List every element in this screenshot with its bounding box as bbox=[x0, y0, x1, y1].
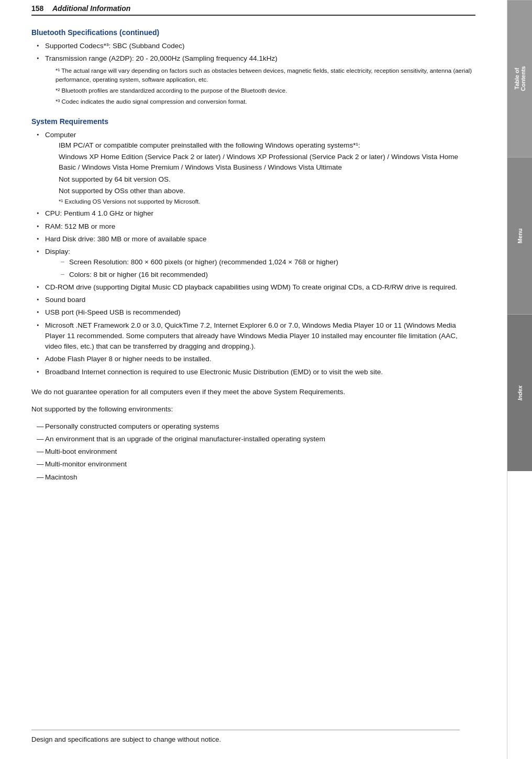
page-number: 158 bbox=[31, 4, 52, 13]
right-sidebar: Table ofContents Menu Index bbox=[507, 0, 532, 759]
list-item: Multi-boot environment bbox=[37, 447, 475, 457]
list-item: Supported Codecs*³: SBC (Subband Codec) bbox=[37, 41, 475, 51]
list-item: Transmission range (A2DP): 20 - 20,000Hz… bbox=[37, 53, 475, 106]
list-item-usb: USB port (Hi-Speed USB is recommended) bbox=[37, 307, 475, 318]
list-item-ram: RAM: 512 MB or more bbox=[37, 221, 475, 232]
computer-desc4: Not supported by OSs other than above. bbox=[59, 186, 475, 196]
bluetooth-list: Supported Codecs*³: SBC (Subband Codec) … bbox=[37, 41, 475, 107]
not-supported-section: Not supported by the following environme… bbox=[31, 404, 475, 483]
list-item: Screen Resolution: 800 × 600 pixels (or … bbox=[61, 257, 475, 267]
computer-desc3: Not supported by 64 bit version OS. bbox=[59, 174, 475, 185]
computer-desc2: Windows XP Home Edition (Service Pack 2 … bbox=[59, 152, 475, 173]
list-item: Macintosh bbox=[37, 472, 475, 483]
sidebar-tab-menu[interactable]: Menu bbox=[507, 157, 532, 314]
system-section: System Requirements Computer IBM PC/AT o… bbox=[31, 117, 475, 377]
list-item-cpu: CPU: Pentium 4 1.0 GHz or higher bbox=[37, 208, 475, 219]
footnote-1: *¹ The actual range will vary depending … bbox=[56, 66, 475, 85]
footer-note: Design and specifications are subject to… bbox=[31, 730, 460, 743]
list-item: Personally constructed computers or oper… bbox=[37, 421, 475, 432]
list-item-hdd: Hard Disk drive: 380 MB or more of avail… bbox=[37, 234, 475, 244]
list-item-display: Display: Screen Resolution: 800 × 600 pi… bbox=[37, 247, 475, 280]
bluetooth-section: Bluetooth Specifications (continued) Sup… bbox=[31, 28, 475, 107]
bluetooth-section-title: Bluetooth Specifications (continued) bbox=[31, 28, 475, 37]
not-supported-intro: Not supported by the following environme… bbox=[31, 404, 475, 415]
display-sub-list: Screen Resolution: 800 × 600 pixels (or … bbox=[61, 257, 475, 280]
computer-footnote: *¹ Excluding OS Versions not supported b… bbox=[59, 197, 475, 206]
list-item: Multi-monitor environment bbox=[37, 459, 475, 470]
page-title: Additional Information bbox=[52, 4, 130, 13]
computer-desc1: IBM PC/AT or compatible computer preinst… bbox=[59, 140, 475, 151]
sidebar-tab-table-contents[interactable]: Table ofContents bbox=[507, 0, 532, 157]
list-item-broadband: Broadband Internet connection is require… bbox=[37, 367, 475, 377]
list-item: An environment that is an upgrade of the… bbox=[37, 434, 475, 444]
sidebar-spacer bbox=[507, 471, 532, 759]
footnote-2: *² Bluetooth profiles are standardized a… bbox=[56, 86, 475, 95]
sidebar-tab-index[interactable]: Index bbox=[507, 314, 532, 471]
list-item: Colors: 8 bit or higher (16 bit recommen… bbox=[61, 270, 475, 280]
footnote-3: *³ Codec indicates the audio signal comp… bbox=[56, 97, 475, 106]
not-supported-list: Personally constructed computers or oper… bbox=[37, 421, 475, 483]
list-item-computer: Computer IBM PC/AT or compatible compute… bbox=[37, 130, 475, 207]
list-item-cdrom: CD-ROM drive (supporting Digital Music C… bbox=[37, 282, 475, 293]
system-section-title: System Requirements bbox=[31, 117, 475, 126]
system-list: Computer IBM PC/AT or compatible compute… bbox=[37, 130, 475, 377]
list-item-flash: Adobe Flash Player 8 or higher needs to … bbox=[37, 354, 475, 364]
list-item-soundboard: Sound board bbox=[37, 295, 475, 305]
guarantee-paragraph: We do not guarantee operation for all co… bbox=[31, 387, 475, 398]
list-item-dotnet: Microsoft .NET Framework 2.0 or 3.0, Qui… bbox=[37, 320, 475, 352]
page-header: 158 Additional Information bbox=[31, 0, 475, 16]
